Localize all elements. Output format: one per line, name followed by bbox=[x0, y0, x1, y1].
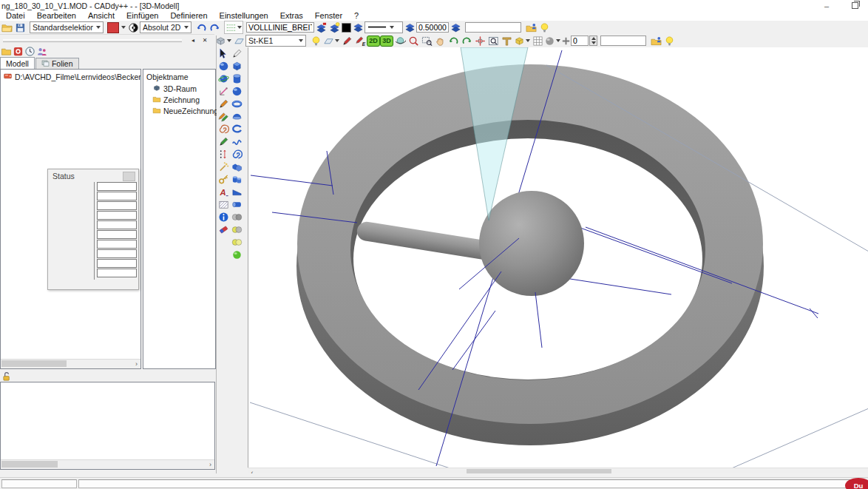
curve-tool[interactable] bbox=[217, 110, 230, 123]
sketch-button[interactable] bbox=[340, 35, 353, 47]
select-tool[interactable] bbox=[217, 47, 230, 60]
bool-subtract-tool[interactable] bbox=[231, 223, 243, 236]
bool-result-tool[interactable] bbox=[231, 249, 243, 261]
polyline-tool[interactable] bbox=[217, 135, 230, 148]
dimension-button[interactable] bbox=[500, 35, 513, 47]
sketch-line-tool[interactable] bbox=[217, 98, 230, 110]
rotate-gizmo-button[interactable] bbox=[473, 35, 486, 47]
menu-ansicht[interactable]: Ansicht bbox=[82, 11, 121, 21]
plane-light-button[interactable] bbox=[309, 35, 322, 47]
grid-toggle-button[interactable] bbox=[531, 35, 544, 47]
grid-style-button[interactable] bbox=[224, 21, 243, 34]
scroll-right-arrow[interactable]: › bbox=[132, 360, 140, 368]
open-button[interactable] bbox=[0, 21, 13, 33]
save-button[interactable] bbox=[13, 21, 27, 33]
status-field[interactable] bbox=[97, 211, 137, 220]
menu-einstellungen[interactable]: Einstellungen bbox=[214, 11, 274, 21]
tab-modell[interactable]: Modell bbox=[0, 57, 35, 69]
zoom-in-button[interactable] bbox=[407, 35, 420, 47]
info-tool[interactable] bbox=[217, 211, 230, 223]
color-layer-button[interactable] bbox=[351, 21, 365, 33]
spline-tool[interactable] bbox=[217, 123, 230, 135]
panel-camera-button[interactable] bbox=[12, 46, 24, 58]
menu-help[interactable]: ? bbox=[348, 11, 365, 21]
detail-list-panel[interactable]: › bbox=[0, 382, 215, 470]
sphere-view-tool[interactable] bbox=[217, 60, 230, 72]
mode-2d-button[interactable]: 2D bbox=[367, 35, 380, 47]
transform-tool[interactable] bbox=[217, 173, 230, 186]
text-tool[interactable]: A bbox=[217, 186, 230, 198]
mode-3d-button[interactable]: 3D bbox=[380, 35, 393, 47]
line-3d-tool[interactable] bbox=[231, 47, 243, 60]
status-field[interactable] bbox=[97, 249, 137, 258]
panel-folder-button[interactable] bbox=[0, 46, 12, 58]
collapse-panel-button[interactable]: ◂ bbox=[188, 36, 198, 44]
coil-tool[interactable] bbox=[231, 148, 243, 161]
minimize-button[interactable]: – bbox=[819, 1, 834, 10]
torus-tool[interactable] bbox=[231, 98, 243, 110]
zoom-fit-button[interactable] bbox=[486, 35, 500, 47]
scrollbar-thumb[interactable] bbox=[1, 360, 67, 367]
line-width-field[interactable] bbox=[416, 22, 449, 33]
display-mode-button[interactable] bbox=[126, 21, 140, 33]
menu-definieren[interactable]: Definieren bbox=[164, 11, 213, 21]
measure-tool[interactable] bbox=[217, 85, 230, 98]
panel-users-button[interactable] bbox=[35, 46, 47, 58]
sphere-solid-tool[interactable] bbox=[231, 85, 243, 98]
panel-history-button[interactable] bbox=[24, 46, 35, 58]
status-window-button[interactable] bbox=[123, 172, 135, 181]
stack-tool[interactable] bbox=[231, 173, 243, 186]
quick-field[interactable] bbox=[600, 36, 646, 46]
undo-button[interactable] bbox=[194, 21, 208, 33]
pan-button[interactable] bbox=[433, 35, 447, 47]
add-layer-button[interactable] bbox=[560, 35, 571, 47]
orbit-sphere-tool[interactable] bbox=[217, 72, 230, 85]
viewport-canvas[interactable] bbox=[248, 47, 868, 468]
point-tool[interactable] bbox=[217, 148, 230, 161]
attribute-field[interactable] bbox=[465, 22, 521, 33]
ring-tool[interactable] bbox=[231, 123, 243, 135]
menu-fenster[interactable]: Fenster bbox=[309, 11, 348, 21]
render-mode-button[interactable] bbox=[513, 35, 531, 47]
status-field[interactable] bbox=[97, 230, 137, 239]
selection-color-button[interactable] bbox=[106, 21, 120, 33]
tree-h-scrollbar[interactable]: › bbox=[1, 359, 140, 368]
rotate-left-button[interactable] bbox=[447, 35, 460, 47]
status-field[interactable] bbox=[97, 220, 137, 229]
dome-tool[interactable] bbox=[231, 110, 243, 123]
close-panel-button[interactable]: ✕ bbox=[200, 36, 210, 44]
line-layer-light-button[interactable] bbox=[328, 21, 341, 33]
attribute-light-button[interactable] bbox=[538, 21, 551, 33]
menu-extras[interactable]: Extras bbox=[274, 11, 309, 21]
view-light-button[interactable] bbox=[662, 35, 676, 47]
layer-spinner-field[interactable] bbox=[571, 36, 589, 46]
unlock-button[interactable] bbox=[0, 370, 13, 382]
box-tool[interactable] bbox=[231, 60, 243, 72]
line-layer-button[interactable] bbox=[314, 21, 328, 33]
restore-button[interactable] bbox=[847, 1, 862, 10]
status-field[interactable] bbox=[97, 192, 137, 200]
menu-einfuegen[interactable]: Einfügen bbox=[121, 11, 164, 21]
shading-sphere-button[interactable] bbox=[544, 35, 560, 47]
attribute-folder-button[interactable] bbox=[524, 21, 538, 33]
coordinate-mode-combo[interactable]: Absolut 2D bbox=[140, 21, 191, 33]
detail-h-scrollbar[interactable]: › bbox=[1, 459, 214, 469]
snap-tool[interactable] bbox=[217, 161, 230, 173]
menu-bearbeiten[interactable]: Bearbeiten bbox=[31, 11, 82, 21]
layer-spinner[interactable] bbox=[571, 36, 597, 46]
object-item-neuezeichnung[interactable]: NeueZeichnung bbox=[143, 105, 215, 116]
selection-combo[interactable]: Standardselektion bbox=[30, 21, 104, 33]
line-name-field[interactable] bbox=[246, 22, 314, 33]
view-folder-button[interactable] bbox=[649, 35, 662, 47]
tube-tool[interactable] bbox=[231, 198, 243, 211]
workplane-combo[interactable]: St-KE1 bbox=[245, 35, 306, 47]
scroll-right-arrow[interactable]: › bbox=[206, 460, 214, 468]
hatch-tool[interactable] bbox=[217, 198, 230, 211]
zoom-window-button[interactable] bbox=[420, 35, 433, 47]
status-field[interactable] bbox=[97, 201, 137, 210]
workplane-button[interactable] bbox=[232, 35, 245, 47]
dock-header[interactable]: ◂ ✕ bbox=[0, 36, 216, 45]
sweep-tool[interactable] bbox=[231, 135, 243, 148]
status-field[interactable] bbox=[97, 269, 137, 277]
cylinder-tool[interactable] bbox=[231, 72, 243, 85]
